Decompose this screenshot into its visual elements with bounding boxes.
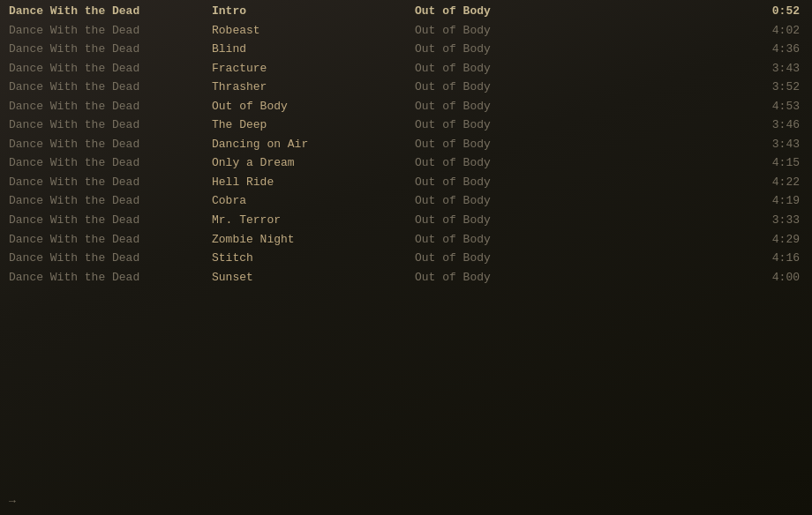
- track-album: Out of Body: [415, 61, 618, 77]
- track-duration: 4:02: [618, 23, 803, 39]
- track-album: Out of Body: [415, 155, 618, 171]
- table-row[interactable]: Dance With the DeadThe DeepOut of Body3:…: [0, 116, 812, 135]
- table-row[interactable]: Dance With the DeadHell RideOut of Body4…: [0, 173, 812, 192]
- track-album: Out of Body: [415, 79, 618, 95]
- table-row[interactable]: Dance With the DeadZombie NightOut of Bo…: [0, 230, 812, 250]
- track-artist: Dance With the Dead: [9, 213, 212, 228]
- track-title: Sunset: [212, 270, 415, 286]
- track-list: Dance With the Dead Intro Out of Body 0:…: [0, 0, 812, 287]
- track-duration: 4:36: [618, 41, 803, 57]
- table-row[interactable]: Dance With the DeadOnly a DreamOut of Bo…: [0, 153, 812, 173]
- table-row[interactable]: Dance With the DeadMr. TerrorOut of Body…: [0, 211, 812, 230]
- track-duration: 3:43: [618, 137, 803, 153]
- track-title: Hell Ride: [212, 175, 415, 190]
- header-album: Out of Body: [415, 4, 618, 19]
- track-duration: 3:52: [618, 79, 803, 95]
- header-artist: Dance With the Dead: [9, 4, 212, 19]
- track-artist: Dance With the Dead: [9, 270, 212, 286]
- track-artist: Dance With the Dead: [9, 41, 212, 57]
- track-title: Fracture: [212, 61, 415, 77]
- table-row[interactable]: Dance With the DeadDancing on AirOut of …: [0, 135, 812, 154]
- track-album: Out of Body: [415, 213, 618, 228]
- track-title: Mr. Terror: [212, 213, 415, 228]
- track-artist: Dance With the Dead: [9, 232, 212, 248]
- track-artist: Dance With the Dead: [9, 155, 212, 171]
- track-duration: 3:46: [618, 117, 803, 133]
- track-duration: 4:29: [618, 232, 803, 248]
- track-album: Out of Body: [415, 232, 618, 248]
- track-title: Out of Body: [212, 99, 415, 115]
- table-row[interactable]: Dance With the DeadOut of BodyOut of Bod…: [0, 97, 812, 116]
- track-duration: 4:16: [618, 250, 803, 266]
- track-artist: Dance With the Dead: [9, 137, 212, 153]
- track-album: Out of Body: [415, 23, 618, 39]
- table-row[interactable]: Dance With the DeadStitchOut of Body4:16: [0, 249, 812, 268]
- table-row[interactable]: Dance With the DeadSunsetOut of Body4:00: [0, 268, 812, 287]
- track-duration: 4:19: [618, 193, 803, 209]
- bottom-arrow: →: [9, 495, 16, 508]
- track-duration: 4:00: [618, 270, 803, 286]
- table-row[interactable]: Dance With the DeadCobraOut of Body4:19: [0, 191, 812, 211]
- track-list-header: Dance With the Dead Intro Out of Body 0:…: [0, 0, 812, 21]
- track-title: Zombie Night: [212, 232, 415, 248]
- track-album: Out of Body: [415, 175, 618, 190]
- track-title: Stitch: [212, 250, 415, 266]
- track-title: Robeast: [212, 23, 415, 39]
- track-artist: Dance With the Dead: [9, 99, 212, 115]
- track-title: Blind: [212, 41, 415, 57]
- header-title: Intro: [212, 4, 415, 19]
- track-duration: 3:33: [618, 213, 803, 228]
- track-duration: 4:22: [618, 175, 803, 190]
- track-title: The Deep: [212, 117, 415, 133]
- table-row[interactable]: Dance With the DeadRobeastOut of Body4:0…: [0, 21, 812, 41]
- track-artist: Dance With the Dead: [9, 117, 212, 133]
- track-artist: Dance With the Dead: [9, 61, 212, 77]
- track-album: Out of Body: [415, 137, 618, 153]
- track-artist: Dance With the Dead: [9, 175, 212, 190]
- track-artist: Dance With the Dead: [9, 79, 212, 95]
- table-row[interactable]: Dance With the DeadBlindOut of Body4:36: [0, 40, 812, 59]
- header-time: 0:52: [618, 4, 803, 19]
- track-title: Dancing on Air: [212, 137, 415, 153]
- track-title: Only a Dream: [212, 155, 415, 171]
- track-duration: 4:53: [618, 99, 803, 115]
- track-album: Out of Body: [415, 99, 618, 115]
- track-album: Out of Body: [415, 117, 618, 133]
- track-artist: Dance With the Dead: [9, 23, 212, 39]
- track-artist: Dance With the Dead: [9, 193, 212, 209]
- track-album: Out of Body: [415, 250, 618, 266]
- track-duration: 4:15: [618, 155, 803, 171]
- track-album: Out of Body: [415, 193, 618, 209]
- track-title: Cobra: [212, 193, 415, 209]
- table-row[interactable]: Dance With the DeadThrasherOut of Body3:…: [0, 78, 812, 97]
- track-album: Out of Body: [415, 41, 618, 57]
- track-album: Out of Body: [415, 270, 618, 286]
- table-row[interactable]: Dance With the DeadFractureOut of Body3:…: [0, 59, 812, 78]
- track-artist: Dance With the Dead: [9, 250, 212, 266]
- track-title: Thrasher: [212, 79, 415, 95]
- track-duration: 3:43: [618, 61, 803, 77]
